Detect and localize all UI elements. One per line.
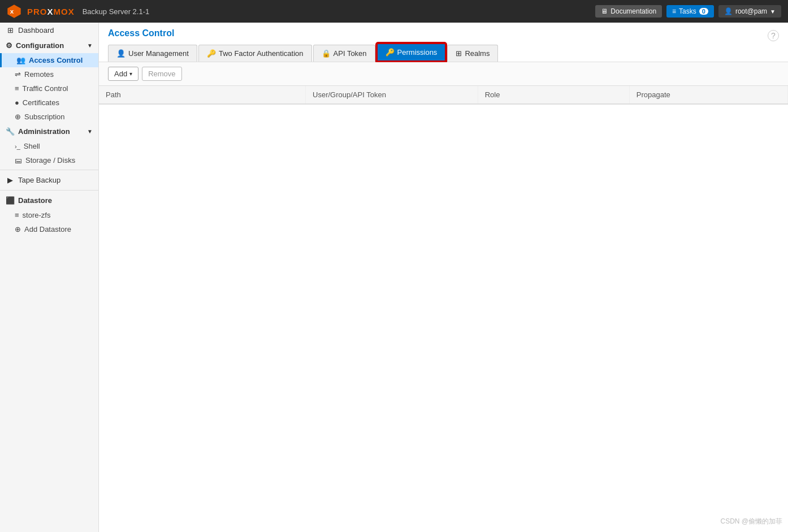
topbar-right: 🖥 Documentation ≡ Tasks 0 👤 root@pam ▼ [595,5,781,18]
sidebar-group-datastore[interactable]: ⬛ Datastore [0,193,98,208]
toolbar: Add ▾ Remove [99,62,788,86]
server-title: Backup Server 2.1-1 [83,7,150,16]
col-header-role: Role [478,86,629,104]
tasks-button[interactable]: ≡ Tasks 0 [666,5,714,18]
sidebar-divider [0,170,98,170]
chevron-icon: ▼ [87,42,93,49]
sidebar-item-label: Storage / Disks [25,156,75,165]
tab-label: API Token [334,49,367,58]
svg-marker-0 [7,5,20,18]
table-container: Path User/Group/API Token Role Propagate [99,86,788,532]
sidebar-item-label: Certificates [23,98,59,107]
chevron-icon: ▼ [87,128,93,135]
tab-two-factor[interactable]: 🔑 Two Factor Authentication [198,45,312,62]
tab-api-token[interactable]: 🔒 API Token [313,45,375,62]
documentation-button[interactable]: 🖥 Documentation [595,5,662,18]
traffic-icon: ≡ [15,84,19,93]
sidebar-item-tape-backup[interactable]: ▶ Tape Backup [0,172,98,188]
dashboard-icon: ⊞ [6,26,15,34]
sidebar-group-configuration[interactable]: ⚙ Configuration ▼ [0,38,98,53]
sidebar-item-traffic-control[interactable]: ≡ Traffic Control [0,81,98,96]
chevron-down-icon: ▼ [770,8,776,15]
realms-icon: ⊞ [456,49,462,58]
sidebar-item-certificates[interactable]: ● Certificates [0,96,98,110]
sidebar-item-label: Administration [18,127,70,136]
permissions-table: Path User/Group/API Token Role Propagate [99,86,788,105]
help-icon[interactable]: ? [768,30,779,41]
add-label: Add [114,70,127,78]
shell-icon: ›_ [15,143,20,150]
subscription-icon: ⊕ [15,113,21,121]
certificates-icon: ● [15,98,19,107]
topbar: x PROXMOX Backup Server 2.1-1 🖥 Document… [0,0,788,23]
sidebar-item-label: Subscription [24,113,65,121]
two-factor-icon: 🔑 [207,49,216,58]
tabs: 👤 User Management 🔑 Two Factor Authentic… [108,43,779,62]
datastore-icon: ⬛ [6,196,15,205]
page-header: Access Control ? 👤 User Management 🔑 Two… [99,23,788,62]
page-title: Access Control [108,28,174,38]
remove-label: Remove [148,70,175,78]
tape-icon: ▶ [6,176,15,184]
doc-icon: 🖥 [601,7,608,15]
permissions-icon: 🔑 [386,48,395,57]
administration-icon: 🔧 [6,127,15,136]
tab-label: Realms [465,49,490,58]
user-management-icon: 👤 [116,49,125,58]
configuration-icon: ⚙ [6,41,12,50]
sidebar-item-label: Add Datastore [24,225,71,233]
user-button[interactable]: 👤 root@pam ▼ [718,5,781,18]
add-button[interactable]: Add ▾ [108,67,138,81]
watermark: CSDN @偷懒的加菲 [720,517,782,526]
sidebar-item-store-zfs[interactable]: ≡ store-zfs [0,208,98,222]
sidebar-item-label: Remotes [24,70,54,79]
layout: ⊞ Dashboard ⚙ Configuration ▼ 👥 Access C… [0,23,788,532]
add-datastore-icon: ⊕ [15,225,21,233]
col-header-user: User/Group/API Token [306,86,478,104]
api-token-icon: 🔒 [322,49,331,58]
storage-icon: 🖴 [15,156,22,165]
access-control-icon: 👥 [16,56,25,64]
sidebar-item-label: Tape Backup [18,176,60,184]
tab-permissions[interactable]: 🔑 Permissions [376,43,447,62]
tab-label: Permissions [397,48,438,57]
col-header-path: Path [99,86,306,104]
sidebar-item-remotes[interactable]: ⇌ Remotes [0,67,98,81]
store-icon: ≡ [15,211,19,219]
col-header-propagate: Propagate [629,86,787,104]
svg-text:x: x [10,7,14,15]
tab-label: Two Factor Authentication [219,49,304,58]
sidebar-item-add-datastore[interactable]: ⊕ Add Datastore [0,222,98,236]
logo: x PROXMOX [7,4,75,19]
sidebar-divider-2 [0,190,98,191]
sidebar-group-administration[interactable]: 🔧 Administration ▼ [0,124,98,139]
table-header-row: Path User/Group/API Token Role Propagate [99,86,788,104]
sidebar-item-dashboard[interactable]: ⊞ Dashboard [0,23,98,38]
sidebar: ⊞ Dashboard ⚙ Configuration ▼ 👥 Access C… [0,23,99,532]
sidebar-item-label: Shell [24,142,40,150]
main-content: Access Control ? 👤 User Management 🔑 Two… [99,23,788,532]
tab-label: User Management [128,49,189,58]
tasks-icon: ≡ [672,7,676,15]
tab-realms[interactable]: ⊞ Realms [447,45,498,62]
sidebar-item-label: store-zfs [23,211,51,219]
dropdown-arrow-icon: ▾ [129,71,132,77]
sidebar-item-label: Dashboard [18,26,54,34]
sidebar-item-access-control[interactable]: 👥 Access Control [0,53,98,67]
tasks-badge: 0 [699,8,708,15]
sidebar-item-label: Datastore [18,196,52,205]
sidebar-item-subscription[interactable]: ⊕ Subscription [0,110,98,124]
sidebar-item-label: Configuration [16,41,64,50]
user-icon: 👤 [724,7,733,15]
sidebar-item-storage-disks[interactable]: 🖴 Storage / Disks [0,153,98,167]
remove-button[interactable]: Remove [142,67,181,81]
tab-user-management[interactable]: 👤 User Management [108,45,197,62]
sidebar-item-label: Access Control [29,56,83,64]
remotes-icon: ⇌ [15,70,21,79]
sidebar-item-shell[interactable]: ›_ Shell [0,139,98,153]
sidebar-item-label: Traffic Control [23,84,68,93]
